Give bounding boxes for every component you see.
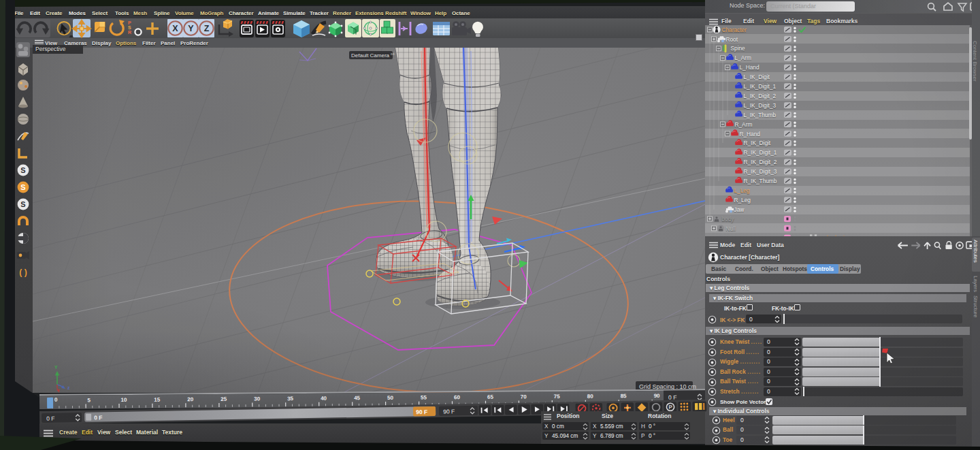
svg-text:Character: Character [722, 27, 747, 33]
svg-text:30: 30 [254, 396, 261, 402]
svg-text:X: X [172, 24, 178, 33]
svg-text:80: 80 [587, 393, 594, 400]
svg-text:45: 45 [354, 395, 361, 401]
svg-text:60: 60 [454, 394, 461, 400]
svg-text:R_IK_Thumb: R_IK_Thumb [744, 178, 777, 184]
svg-text:Root: Root [726, 36, 738, 43]
svg-text:z: z [67, 385, 70, 390]
svg-text:S: S [20, 200, 25, 208]
svg-text:Spine: Spine [731, 45, 746, 52]
svg-text:( ): ( ) [19, 268, 27, 277]
svg-text:65: 65 [487, 394, 494, 400]
svg-text:L_IK_Digit_3: L_IK_Digit_3 [744, 102, 777, 109]
svg-text:L_Arm: L_Arm [735, 54, 752, 61]
svg-text:90: 90 [654, 393, 661, 399]
svg-text:S: S [20, 166, 25, 174]
svg-text:35: 35 [287, 396, 294, 402]
svg-text:70: 70 [521, 393, 527, 400]
svg-text:40: 40 [321, 396, 327, 402]
svg-text:50: 50 [387, 395, 394, 401]
svg-text:85: 85 [621, 393, 627, 399]
svg-text:body: body [722, 216, 735, 223]
svg-text:75: 75 [554, 393, 561, 400]
svg-text:Default Camera °°: Default Camera °° [351, 52, 395, 59]
svg-text:L_Leg: L_Leg [734, 187, 750, 194]
svg-text:55: 55 [421, 395, 427, 401]
svg-text:P: P [128, 20, 131, 25]
svg-text:Null: Null [726, 225, 736, 232]
svg-text:S: S [128, 25, 131, 30]
svg-text:L_IK_Thumb: L_IK_Thumb [744, 112, 777, 118]
svg-text:R_IK_Digit: R_IK_Digit [744, 140, 771, 146]
svg-text:L_Hand: L_Hand [740, 64, 760, 71]
svg-text:P: P [668, 404, 672, 410]
svg-text:R: R [128, 30, 131, 35]
svg-text:S: S [20, 183, 25, 191]
svg-text:R_IK_Digit_2: R_IK_Digit_2 [744, 159, 777, 165]
svg-text:L_IK_Digit: L_IK_Digit [744, 74, 770, 80]
svg-text:Y: Y [188, 24, 194, 33]
svg-text:20: 20 [187, 396, 194, 402]
svg-text:R_IK_Digit_1: R_IK_Digit_1 [744, 149, 777, 156]
svg-text:5: 5 [88, 397, 91, 403]
svg-text:L_IK_Digit_1: L_IK_Digit_1 [744, 83, 777, 90]
svg-text:10: 10 [120, 397, 127, 403]
svg-text:R_Hand: R_Hand [740, 131, 761, 138]
svg-text:25: 25 [220, 396, 227, 402]
svg-text:Z: Z [204, 24, 210, 33]
svg-text:Jaw: Jaw [734, 206, 745, 213]
svg-text:R_Leg: R_Leg [734, 197, 751, 204]
svg-text:R_Arm: R_Arm [735, 121, 753, 128]
svg-text:L_IK_Digit_2: L_IK_Digit_2 [744, 93, 777, 99]
svg-text:R_IK_Digit_3: R_IK_Digit_3 [744, 168, 777, 175]
svg-text:15: 15 [154, 397, 161, 403]
svg-text:Y: Y [54, 365, 58, 370]
